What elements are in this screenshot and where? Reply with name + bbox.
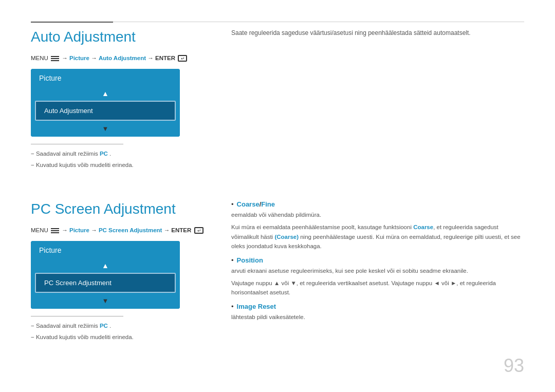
picture-box2-selected-item: PC Screen Adjustment [35, 273, 176, 293]
section1-menu-path: MENU → Picture → Auto Adjustment → ENTER… [31, 55, 216, 62]
menu2-item3: ENTER [171, 227, 191, 233]
section2-divider [31, 316, 123, 316]
page-number: 93 [504, 355, 524, 377]
bullet-text-position2: Vajutage nuppu ▲ või ▼, et reguleerida v… [231, 278, 524, 297]
bullet-title-image-reset: Image Reset [231, 303, 524, 310]
bullet-title-position: Position [231, 256, 524, 264]
section1-title: Auto Adjustment [31, 28, 216, 46]
bullet-text-image-reset1: lähtestab pildi vaikesätetele. [231, 312, 524, 322]
section1-right: Saate reguleerida sageduse väärtusi/aset… [231, 28, 524, 48]
picture-box2-down-arrow: ▼ [31, 294, 180, 309]
menu2-arrow2: → [91, 227, 99, 233]
section2-menu-path: MENU → Picture → PC Screen Adjustment → … [31, 227, 216, 234]
section2-picture-box: Picture ▲ PC Screen Adjustment ▼ [31, 241, 180, 309]
section2-title: PC Screen Adjustment [31, 200, 216, 218]
menu-arrow3: → [147, 55, 155, 61]
bullet-item-position: Position arvuti ekraani asetuse reguleer… [231, 256, 524, 297]
top-rule-accent [31, 22, 113, 23]
bullet-text-coarse1: eemaldab või vähendab pildimüra. [231, 210, 524, 219]
menu-arrow2: → [91, 55, 99, 61]
bullet-title-image-reset-text: Image Reset [237, 303, 276, 310]
picture-box-selected-item: Auto Adjustment [35, 101, 176, 121]
section1-description: Saate reguleerida sageduse väärtusi/aset… [231, 28, 524, 38]
menu-item3: ENTER [155, 55, 175, 61]
section1-divider [31, 144, 123, 144]
section1-picture-box: Picture ▲ Auto Adjustment ▼ [31, 69, 180, 137]
bullet-title-coarse-fine: Coarse / Fine [231, 200, 524, 208]
section1-left: Auto Adjustment MENU → Picture → Auto Ad… [31, 28, 216, 173]
menu-prefix: MENU [31, 55, 50, 61]
menu2-arrow3: → [164, 227, 172, 233]
menu2-prefix: MENU [31, 227, 50, 233]
menu-item2: Auto Adjustment [99, 55, 146, 61]
menu2-arrow1: → [62, 227, 69, 233]
section1-note1: − Saadaval ainult režiimis PC . [31, 150, 216, 158]
picture-box2-header: Picture [31, 241, 180, 259]
picture-box2-up-arrow: ▲ [31, 259, 180, 272]
bullet-item-image-reset: Image Reset lähtestab pildi vaikesätetel… [231, 303, 524, 322]
section2-note2: − Kuvatud kujutis võib mudeliti erineda. [31, 333, 216, 342]
section2-note1: − Saadaval ainult režiimis PC . [31, 322, 216, 330]
picture-box-down-arrow: ▼ [31, 122, 180, 137]
picture-box-up-arrow: ▲ [31, 87, 180, 100]
bullet-text-coarse2: Kui müra ei eemaldata peenhäälestamise p… [231, 222, 524, 251]
section1-note2: − Kuvatud kujutis võib mudeliti erineda. [31, 161, 216, 170]
bullet-item-coarse-fine: Coarse / Fine eemaldab või vähendab pild… [231, 200, 524, 251]
picture-box-header: Picture [31, 69, 180, 87]
bullet-title-position-text: Position [237, 256, 263, 264]
menu2-item2: PC Screen Adjustment [99, 227, 162, 233]
menu-arrow1: → [62, 55, 69, 61]
section2-left: PC Screen Adjustment MENU → Picture → PC… [31, 200, 216, 345]
menu-item1: Picture [69, 55, 89, 61]
bullet-section: Coarse / Fine eemaldab või vähendab pild… [231, 200, 524, 322]
bullet-text-position1: arvuti ekraani asetuse reguleerimiseks, … [231, 266, 524, 275]
menu2-item1: Picture [69, 227, 89, 233]
page-container: Auto Adjustment MENU → Picture → Auto Ad… [0, 0, 555, 392]
section2-right: Coarse / Fine eemaldab või vähendab pild… [231, 200, 524, 327]
